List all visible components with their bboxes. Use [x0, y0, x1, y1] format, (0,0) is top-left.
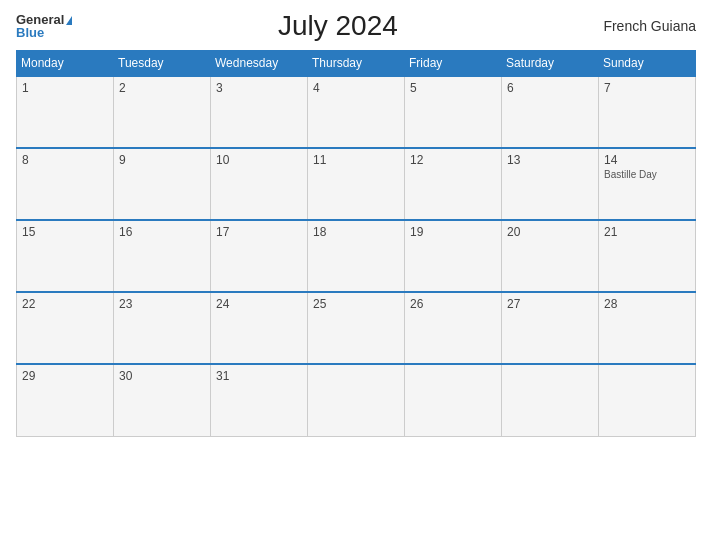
day-number: 19	[410, 225, 496, 239]
day-cell-w3d7: 21	[599, 220, 696, 292]
day-cell-w4d5: 26	[405, 292, 502, 364]
calendar-table: Monday Tuesday Wednesday Thursday Friday…	[16, 50, 696, 437]
day-cell-w2d7: 14Bastille Day	[599, 148, 696, 220]
day-number: 1	[22, 81, 108, 95]
day-number: 23	[119, 297, 205, 311]
day-number: 3	[216, 81, 302, 95]
day-cell-w3d3: 17	[211, 220, 308, 292]
day-number: 25	[313, 297, 399, 311]
logo-triangle-icon	[66, 16, 72, 25]
calendar-title: July 2024	[278, 10, 398, 42]
weekday-monday: Monday	[17, 51, 114, 77]
day-event: Bastille Day	[604, 169, 657, 180]
day-number: 20	[507, 225, 593, 239]
day-cell-w1d5: 5	[405, 76, 502, 148]
week-row-5: 293031	[17, 364, 696, 436]
week-row-4: 22232425262728	[17, 292, 696, 364]
day-cell-w4d2: 23	[114, 292, 211, 364]
week-row-2: 891011121314Bastille Day	[17, 148, 696, 220]
day-number: 12	[410, 153, 496, 167]
day-cell-w3d1: 15	[17, 220, 114, 292]
week-row-3: 15161718192021	[17, 220, 696, 292]
day-number: 18	[313, 225, 399, 239]
weekday-header-row: Monday Tuesday Wednesday Thursday Friday…	[17, 51, 696, 77]
day-cell-w4d1: 22	[17, 292, 114, 364]
weekday-saturday: Saturday	[502, 51, 599, 77]
day-number: 15	[22, 225, 108, 239]
day-number: 10	[216, 153, 302, 167]
day-cell-w5d2: 30	[114, 364, 211, 436]
day-cell-w5d1: 29	[17, 364, 114, 436]
day-number: 31	[216, 369, 302, 383]
day-cell-w1d1: 1	[17, 76, 114, 148]
day-number: 16	[119, 225, 205, 239]
day-cell-w2d3: 10	[211, 148, 308, 220]
day-number: 5	[410, 81, 496, 95]
day-cell-w5d3: 31	[211, 364, 308, 436]
calendar-region: French Guiana	[603, 18, 696, 34]
day-cell-w2d2: 9	[114, 148, 211, 220]
day-cell-w4d7: 28	[599, 292, 696, 364]
day-cell-w1d7: 7	[599, 76, 696, 148]
day-cell-w3d2: 16	[114, 220, 211, 292]
logo-blue-text: Blue	[16, 26, 72, 39]
week-row-1: 1234567	[17, 76, 696, 148]
weekday-tuesday: Tuesday	[114, 51, 211, 77]
day-number: 7	[604, 81, 690, 95]
day-cell-w4d4: 25	[308, 292, 405, 364]
day-cell-w1d3: 3	[211, 76, 308, 148]
day-cell-w5d7	[599, 364, 696, 436]
weekday-wednesday: Wednesday	[211, 51, 308, 77]
day-number: 4	[313, 81, 399, 95]
day-cell-w2d1: 8	[17, 148, 114, 220]
day-number: 30	[119, 369, 205, 383]
calendar-body: 1234567891011121314Bastille Day151617181…	[17, 76, 696, 436]
day-number: 22	[22, 297, 108, 311]
day-cell-w1d6: 6	[502, 76, 599, 148]
weekday-sunday: Sunday	[599, 51, 696, 77]
calendar-thead: Monday Tuesday Wednesday Thursday Friday…	[17, 51, 696, 77]
day-number: 21	[604, 225, 690, 239]
day-cell-w4d6: 27	[502, 292, 599, 364]
day-number: 6	[507, 81, 593, 95]
day-number: 17	[216, 225, 302, 239]
day-number: 14	[604, 153, 690, 167]
weekday-thursday: Thursday	[308, 51, 405, 77]
day-cell-w4d3: 24	[211, 292, 308, 364]
day-cell-w2d6: 13	[502, 148, 599, 220]
day-number: 8	[22, 153, 108, 167]
day-number: 9	[119, 153, 205, 167]
day-number: 11	[313, 153, 399, 167]
day-cell-w2d4: 11	[308, 148, 405, 220]
weekday-friday: Friday	[405, 51, 502, 77]
day-number: 26	[410, 297, 496, 311]
day-cell-w3d4: 18	[308, 220, 405, 292]
calendar-header: General Blue July 2024 French Guiana	[16, 10, 696, 42]
day-number: 13	[507, 153, 593, 167]
day-cell-w5d4	[308, 364, 405, 436]
day-cell-w5d6	[502, 364, 599, 436]
day-cell-w2d5: 12	[405, 148, 502, 220]
day-number: 27	[507, 297, 593, 311]
day-cell-w3d5: 19	[405, 220, 502, 292]
day-cell-w1d4: 4	[308, 76, 405, 148]
calendar-container: General Blue July 2024 French Guiana Mon…	[0, 0, 712, 550]
day-number: 2	[119, 81, 205, 95]
day-cell-w1d2: 2	[114, 76, 211, 148]
logo: General Blue	[16, 13, 72, 39]
day-cell-w5d5	[405, 364, 502, 436]
day-cell-w3d6: 20	[502, 220, 599, 292]
day-number: 29	[22, 369, 108, 383]
day-number: 28	[604, 297, 690, 311]
day-number: 24	[216, 297, 302, 311]
